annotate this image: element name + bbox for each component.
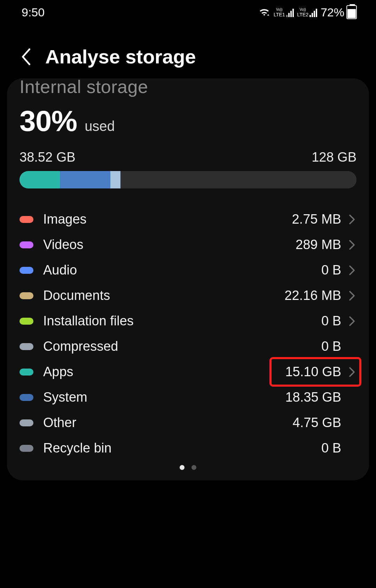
category-color-icon bbox=[19, 343, 33, 350]
category-size: 0 B bbox=[321, 314, 341, 328]
category-size: 15.10 GB bbox=[285, 364, 341, 379]
storage-heading: Internal storage bbox=[19, 78, 357, 99]
category-color-icon bbox=[19, 369, 33, 376]
category-row-images[interactable]: Images2.75 MB bbox=[19, 207, 357, 232]
chevron-right-icon bbox=[347, 316, 357, 326]
storage-card: Internal storage 30% used 38.52 GB 128 G… bbox=[7, 78, 369, 480]
category-size: 2.75 MB bbox=[292, 212, 341, 227]
used-label: used bbox=[85, 118, 115, 134]
category-color-icon bbox=[19, 318, 33, 325]
battery-icon bbox=[346, 5, 357, 19]
used-percent: 30% bbox=[19, 104, 77, 138]
pager bbox=[19, 465, 357, 470]
header: Analyse storage bbox=[0, 24, 376, 82]
category-label: Documents bbox=[43, 288, 284, 303]
category-size: 22.16 MB bbox=[284, 288, 341, 303]
category-row-recycle-bin: Recycle bin0 B bbox=[19, 435, 357, 461]
other-seg bbox=[110, 171, 120, 188]
system-seg bbox=[60, 171, 110, 188]
category-row-documents[interactable]: Documents22.16 MB bbox=[19, 283, 357, 308]
category-color-icon bbox=[19, 216, 33, 223]
pager-dot[interactable] bbox=[191, 465, 196, 470]
category-label: System bbox=[43, 390, 285, 405]
chevron-right-icon bbox=[347, 265, 357, 276]
category-row-apps[interactable]: Apps15.10 GB bbox=[19, 359, 357, 385]
category-row-videos[interactable]: Videos289 MB bbox=[19, 232, 357, 257]
category-label: Other bbox=[43, 415, 293, 430]
category-color-icon bbox=[19, 445, 33, 452]
category-row-audio[interactable]: Audio0 B bbox=[19, 257, 357, 283]
category-color-icon bbox=[19, 267, 33, 274]
category-size: 0 B bbox=[321, 263, 341, 278]
category-color-icon bbox=[19, 241, 33, 248]
category-size: 0 B bbox=[321, 441, 341, 456]
wifi-icon bbox=[258, 7, 270, 17]
status-time: 9:50 bbox=[22, 6, 45, 19]
pager-dot[interactable] bbox=[180, 465, 185, 470]
apps-seg bbox=[19, 171, 60, 188]
chevron-right-icon bbox=[347, 240, 357, 250]
category-row-other: Other4.75 GB bbox=[19, 410, 357, 435]
category-color-icon bbox=[19, 394, 33, 401]
category-row-compressed: Compressed0 B bbox=[19, 334, 357, 359]
category-label: Apps bbox=[43, 364, 285, 379]
battery-percent: 72% bbox=[321, 6, 344, 19]
category-row-system: System18.35 GB bbox=[19, 385, 357, 410]
category-label: Images bbox=[43, 212, 292, 227]
page-title: Analyse storage bbox=[45, 45, 196, 68]
category-row-installation-files[interactable]: Installation files0 B bbox=[19, 308, 357, 334]
chevron-left-icon bbox=[21, 48, 31, 65]
category-size: 0 B bbox=[321, 339, 341, 354]
category-color-icon bbox=[19, 419, 33, 426]
chevron-right-icon bbox=[347, 291, 357, 301]
category-list: Images2.75 MBVideos289 MBAudio0 BDocumen… bbox=[19, 207, 357, 461]
status-bar: 9:50 Vo))LTE1 Vo))LTE2 72% bbox=[0, 0, 376, 24]
battery-indicator: 72% bbox=[321, 5, 357, 19]
chevron-right-icon bbox=[347, 367, 357, 377]
category-label: Audio bbox=[43, 263, 321, 278]
back-button[interactable] bbox=[17, 46, 35, 67]
category-label: Videos bbox=[43, 237, 296, 252]
sim2-indicator: Vo))LTE2 bbox=[297, 7, 317, 17]
category-label: Compressed bbox=[43, 339, 321, 354]
category-color-icon bbox=[19, 292, 33, 299]
storage-bar bbox=[19, 171, 357, 188]
total-amount: 128 GB bbox=[312, 150, 357, 165]
amount-row: 38.52 GB 128 GB bbox=[19, 150, 357, 165]
sim1-indicator: Vo))LTE1 bbox=[274, 7, 293, 17]
category-label: Installation files bbox=[43, 314, 321, 328]
used-row: 30% used bbox=[19, 104, 357, 138]
chevron-right-icon bbox=[347, 214, 357, 225]
category-size: 18.35 GB bbox=[285, 390, 341, 405]
category-size: 289 MB bbox=[296, 237, 341, 252]
category-label: Recycle bin bbox=[43, 441, 321, 456]
category-size: 4.75 GB bbox=[293, 415, 341, 430]
used-amount: 38.52 GB bbox=[19, 150, 76, 165]
